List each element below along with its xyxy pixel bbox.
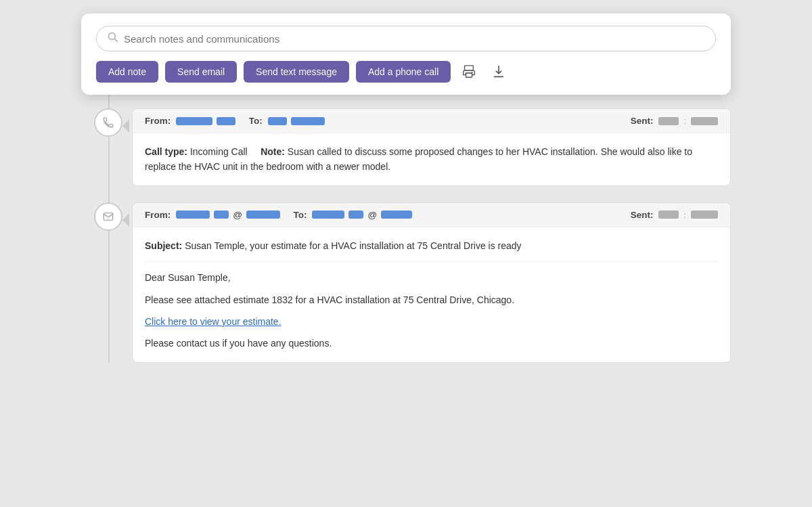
phone-card-header: From: To: Sent: : xyxy=(133,109,730,133)
email-card-header: From: @ To: @ Sent: : xyxy=(133,203,730,227)
subject-value: Susan Temple, your estimate for a HVAC i… xyxy=(185,240,522,251)
email-from-label: From: xyxy=(145,210,171,220)
phone-card: From: To: Sent: : Call type: xyxy=(132,108,731,186)
print-button[interactable] xyxy=(457,62,480,82)
email-subject: Subject: Susan Temple, your estimate for… xyxy=(145,238,718,253)
email-sent-block-2 xyxy=(691,211,718,219)
phone-icon-circle xyxy=(94,108,122,137)
call-type-value: Incoming Call xyxy=(190,146,248,157)
email-to-block-1 xyxy=(312,211,344,219)
email-card-body: Subject: Susan Temple, your estimate for… xyxy=(133,227,730,362)
email-from-at: @ xyxy=(233,210,242,220)
view-estimate-link[interactable]: Click here to view your estimate. xyxy=(145,316,281,327)
email-from-block-3 xyxy=(246,211,280,219)
sent-block-1 xyxy=(658,117,679,125)
add-note-button[interactable]: Add note xyxy=(96,61,158,83)
from-label: From: xyxy=(145,116,171,126)
search-input[interactable] xyxy=(124,33,704,45)
email-divider xyxy=(145,261,718,262)
search-row xyxy=(96,26,716,51)
svg-line-1 xyxy=(115,39,118,42)
svg-rect-2 xyxy=(465,66,474,70)
call-type-label: Call type: xyxy=(145,146,187,157)
svg-rect-5 xyxy=(104,213,113,221)
phone-card-body: Call type: Incoming Call Note: Susan cal… xyxy=(133,133,730,185)
email-sent-label: Sent: xyxy=(631,210,654,220)
from-block-1 xyxy=(176,117,212,125)
timeline-area: From: To: Sent: : Call type: xyxy=(81,81,731,363)
phone-arrow xyxy=(122,119,129,133)
to-label: To: xyxy=(249,116,263,126)
email-link-para: Click here to view your estimate. xyxy=(145,314,718,329)
subject-label: Subject: xyxy=(145,240,182,251)
svg-point-4 xyxy=(472,72,473,73)
search-icon xyxy=(108,32,118,45)
note-label: Note: xyxy=(261,146,285,157)
email-from-block-1 xyxy=(176,211,210,219)
download-button[interactable] xyxy=(487,62,510,82)
email-icon-circle xyxy=(94,202,122,231)
email-from-block-2 xyxy=(214,211,229,219)
buttons-row: Add note Send email Send text message Ad… xyxy=(96,61,716,83)
to-block-2 xyxy=(291,117,325,125)
timeline-item-phone: From: To: Sent: : Call type: xyxy=(81,108,731,186)
search-input-wrap xyxy=(96,26,716,51)
email-para1: Please see attached estimate 1832 for a … xyxy=(145,292,718,307)
add-phone-button[interactable]: Add a phone call xyxy=(356,61,451,83)
timeline-item-email: From: @ To: @ Sent: : xyxy=(81,202,731,363)
sent-block-2 xyxy=(691,117,718,125)
email-arrow xyxy=(122,213,129,227)
email-to-block-2 xyxy=(348,211,363,219)
email-sent-block-1 xyxy=(658,211,679,219)
email-para2: Please contact us if you have any questi… xyxy=(145,336,718,351)
email-to-label: To: xyxy=(293,210,307,220)
call-note-text: Call type: Incoming Call Note: Susan cal… xyxy=(145,144,718,175)
svg-rect-3 xyxy=(466,73,472,77)
email-to-block-3 xyxy=(381,211,412,219)
sent-label: Sent: xyxy=(631,116,654,126)
to-block-1 xyxy=(268,117,287,125)
send-email-button[interactable]: Send email xyxy=(165,61,237,83)
toolbar-card: Add note Send email Send text message Ad… xyxy=(81,14,731,95)
main-container: Add note Send email Send text message Ad… xyxy=(81,14,731,379)
email-to-at: @ xyxy=(367,210,377,220)
from-block-2 xyxy=(217,117,235,125)
email-greeting: Dear Susan Temple, xyxy=(145,270,718,285)
email-card: From: @ To: @ Sent: : xyxy=(132,202,731,363)
send-text-button[interactable]: Send text message xyxy=(244,61,349,83)
